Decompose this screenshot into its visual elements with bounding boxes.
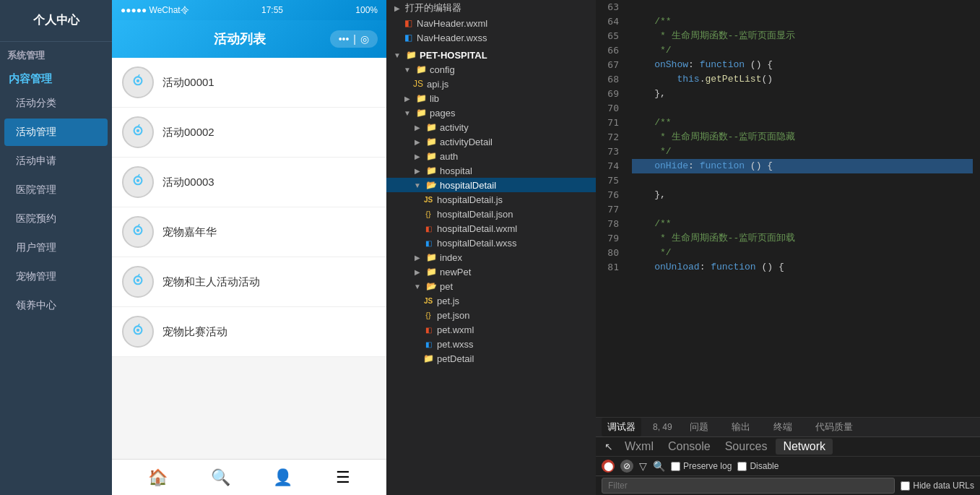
item-name: 宠物和主人活动活动	[162, 275, 260, 289]
list-item[interactable]: 活动00002	[112, 108, 386, 158]
disable-label[interactable]: Disable	[737, 461, 779, 471]
sidebar-item-hospital-reserve[interactable]: 医院预约	[4, 205, 108, 233]
hospital-folder[interactable]: ▶ 📁 hospital	[386, 163, 596, 178]
open-file-navheader-wxss[interactable]: ◧ NavHeader.wxss	[386, 30, 596, 45]
user-icon: 👤	[273, 468, 292, 487]
collapse-arrow: ▶	[392, 4, 402, 12]
open-editors-label: 打开的编辑器	[405, 1, 461, 14]
sidebar-item-hospital-manage[interactable]: 医院管理	[4, 176, 108, 204]
phone-page-title: 活动列表	[214, 30, 266, 48]
search-icon: 🔍	[211, 468, 230, 487]
item-name: 活动00002	[162, 126, 214, 139]
file-tree-content: ▶ 打开的编辑器 ◧ NavHeader.wxml ◧ NavHeader.wx…	[386, 0, 596, 495]
hospitaldetail-wxml[interactable]: ◧ hospitalDetail.wxml	[386, 221, 596, 236]
phone-panel: ●●●●● WeChat令 17:55 100% 活动列表 ••• | ◎ 活动…	[112, 0, 386, 495]
sidebar-item-activity-management[interactable]: 活动管理	[4, 119, 108, 146]
folder-open-icon: 📂	[425, 280, 437, 292]
petdetail-folder[interactable]: 📁 petDetail	[386, 351, 596, 366]
dots-icon: •••	[339, 33, 350, 45]
home-icon: 🏠	[148, 468, 168, 487]
root-folder[interactable]: ▼ 📁 PET-HOSPITAL	[386, 48, 596, 62]
pet-folder[interactable]: ▼ 📂 pet	[386, 279, 596, 293]
open-file-navheader-wxml[interactable]: ◧ NavHeader.wxml	[386, 16, 596, 30]
index-folder[interactable]: ▶ 📁 index	[386, 250, 596, 264]
svg-point-7	[136, 229, 139, 232]
cursor-position: 8, 49	[653, 422, 672, 432]
preserve-log-input[interactable]	[671, 462, 680, 471]
search-icon[interactable]: 🔍	[653, 460, 665, 472]
section-system: 系统管理	[0, 42, 112, 65]
auth-folder[interactable]: ▶ 📁 auth	[386, 149, 596, 163]
disable-input[interactable]	[737, 462, 747, 471]
hospitaldetail-json[interactable]: {} hospitalDetail.json	[386, 207, 596, 221]
sidebar-item-activity-apply[interactable]: 活动申请	[4, 147, 108, 175]
phone-header-icons: ••• | ◎	[330, 30, 378, 48]
phone-time: 17:55	[261, 5, 283, 15]
pet-wxss[interactable]: ◧ pet.wxss	[386, 337, 596, 351]
config-folder[interactable]: ▼ 📁 config	[386, 62, 596, 77]
list-item[interactable]: 活动00001	[112, 58, 386, 108]
folder-icon: 📁	[415, 64, 427, 75]
sidebar-item-adoption[interactable]: 领养中心	[4, 292, 108, 319]
wxss-file-icon: ◧	[422, 237, 434, 249]
activity-detail-folder[interactable]: ▶ 📁 activityDetail	[386, 134, 596, 149]
list-item[interactable]: 宠物嘉年华	[112, 207, 386, 257]
phone-activity-list: 活动00001 活动00002 活动00003 宠物嘉年华 宠物和主人活动活动	[112, 58, 386, 459]
preserve-log-checkbox[interactable]: Preserve log	[671, 461, 732, 471]
tab-code-quality[interactable]: 代码质量	[810, 418, 859, 436]
list-item[interactable]: 宠物比赛活动	[112, 307, 386, 357]
signal-indicator: ●●●●● WeChat令	[121, 4, 189, 17]
pages-folder[interactable]: ▼ 📁 pages	[386, 106, 596, 120]
lib-folder[interactable]: ▶ 📁 lib	[386, 91, 596, 106]
file-api-js[interactable]: JS api.js	[386, 77, 596, 91]
list-item[interactable]: 宠物和主人活动活动	[112, 257, 386, 307]
tab-terminal[interactable]: 终端	[768, 418, 798, 436]
filter-row: Hide data URLs	[596, 476, 980, 495]
sidebar-item-user-manage[interactable]: 用户管理	[4, 234, 108, 262]
code-text: /** * 生命周期函数--监听页面显示 */ onShow: function…	[625, 0, 980, 417]
open-editors-section[interactable]: ▶ 打开的编辑器	[386, 0, 596, 16]
hospitaldetail-js[interactable]: JS hospitalDetail.js	[386, 192, 596, 207]
pet-json[interactable]: {} pet.json	[386, 308, 596, 322]
battery-indicator: 100%	[355, 5, 378, 15]
phone-bottom-nav: 🏠 🔍 👤 ☰	[112, 459, 386, 495]
tab-debugger[interactable]: 调试器	[602, 418, 641, 436]
js-file-icon: JS	[412, 78, 424, 90]
network-subtabs: ↖ Wxml Console Sources Network	[596, 437, 980, 457]
filter-icon[interactable]: ▽	[639, 460, 647, 472]
list-item[interactable]: 活动00003	[112, 158, 386, 207]
sidebar-item-pet-manage[interactable]: 宠物管理	[4, 263, 108, 290]
pet-wxml[interactable]: ◧ pet.wxml	[386, 322, 596, 337]
hide-data-urls-label[interactable]: Hide data URLs	[901, 481, 974, 491]
tab-issues[interactable]: 问题	[684, 418, 714, 436]
folder-open-icon: 📂	[425, 179, 437, 191]
hide-data-urls-input[interactable]	[901, 481, 910, 491]
phone-menu-button[interactable]: ••• | ◎	[330, 30, 378, 48]
activity-folder[interactable]: ▶ 📁 activity	[386, 120, 596, 134]
svg-point-11	[136, 329, 139, 332]
folder-icon: 📁	[425, 251, 437, 263]
wxss-file-icon: ◧	[402, 32, 414, 43]
filter-input[interactable]	[602, 478, 895, 494]
wxml-file-icon: ◧	[422, 324, 434, 335]
subtab-sources[interactable]: Sources	[719, 437, 773, 456]
item-icon	[122, 66, 154, 98]
pet-js[interactable]: JS pet.js	[386, 293, 596, 308]
phone-header: 活动列表 ••• | ◎	[112, 20, 386, 58]
sidebar-item-activity-category[interactable]: 活动分类	[4, 90, 108, 117]
record-button[interactable]: ⬤	[602, 460, 615, 473]
folder-icon: 📁	[425, 165, 437, 176]
inspect-icon[interactable]: ↖	[602, 441, 616, 452]
js-file-icon: JS	[422, 295, 434, 306]
hospitaldetail-wxss[interactable]: ◧ hospitalDetail.wxss	[386, 236, 596, 250]
subtab-wxml[interactable]: Wxml	[619, 437, 659, 456]
subtab-network[interactable]: Network	[776, 439, 833, 455]
subtab-console[interactable]: Console	[662, 437, 716, 456]
js-file-icon: JS	[422, 194, 434, 205]
item-icon	[122, 166, 154, 198]
tab-output[interactable]: 输出	[726, 418, 756, 436]
clear-button[interactable]: ⊘	[620, 460, 633, 473]
hospital-detail-folder[interactable]: ▼ 📂 hospitalDetail	[386, 178, 596, 192]
newpet-folder[interactable]: ▶ 📁 newPet	[386, 264, 596, 279]
svg-point-3	[136, 129, 139, 132]
